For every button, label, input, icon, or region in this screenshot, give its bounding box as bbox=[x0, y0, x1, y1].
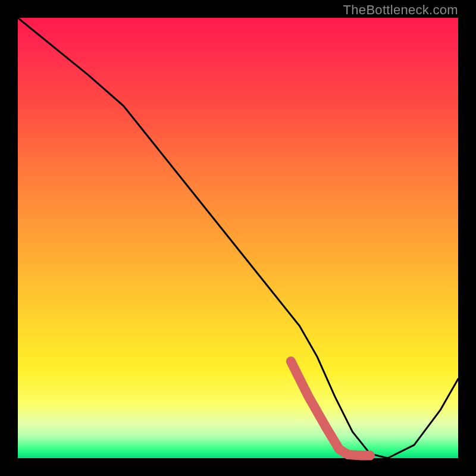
watermark-label: TheBottleneck.com bbox=[343, 2, 458, 18]
curve-layer bbox=[18, 18, 458, 458]
plot-area bbox=[18, 18, 458, 458]
highlight-curve bbox=[291, 361, 370, 455]
main-curve bbox=[18, 18, 458, 458]
chart-container: TheBottleneck.com bbox=[0, 0, 476, 476]
